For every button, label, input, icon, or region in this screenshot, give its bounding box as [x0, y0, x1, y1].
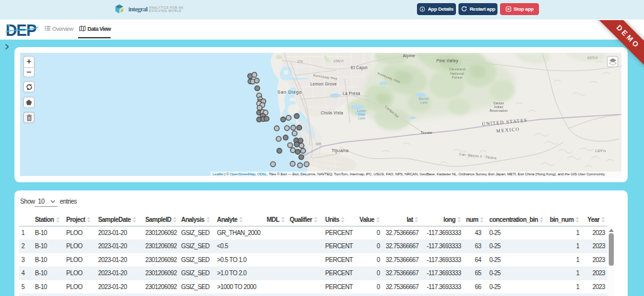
svg-text:Tijuana: Tijuana: [331, 148, 349, 153]
svg-text:San Diego: San Diego: [277, 89, 302, 95]
svg-text:Alpine: Alpine: [403, 53, 416, 58]
svg-text:Reservation: Reservation: [490, 109, 508, 112]
svg-text:El Cajon: El Cajon: [351, 65, 368, 70]
svg-text:905: 905: [316, 142, 321, 146]
svg-text:National: National: [450, 72, 464, 75]
svg-text:Pine Valley: Pine Valley: [436, 58, 458, 63]
svg-text:Lemon Grove: Lemon Grove: [311, 82, 337, 86]
svg-text:Tecate: Tecate: [421, 131, 433, 134]
svg-text:ANALYTICS FOR AN: ANALYTICS FOR AN: [149, 6, 184, 9]
svg-text:Lake: Lake: [358, 116, 365, 120]
svg-text:Forest: Forest: [452, 75, 462, 79]
svg-text:6373 ft: 6373 ft: [587, 56, 597, 60]
svg-text:Chula Vista: Chula Vista: [321, 111, 343, 115]
svg-text:La Presa: La Presa: [343, 91, 360, 96]
svg-text:Cleveland: Cleveland: [449, 67, 466, 71]
svg-text:274: 274: [297, 60, 303, 63]
svg-text:1592 ft: 1592 ft: [333, 59, 343, 63]
svg-text:EVOLVING WORLD: EVOLVING WORLD: [149, 9, 181, 13]
svg-text:Lake: Lake: [420, 101, 428, 104]
svg-text:1324 m: 1324 m: [595, 149, 606, 153]
svg-text:integral: integral: [128, 5, 148, 13]
